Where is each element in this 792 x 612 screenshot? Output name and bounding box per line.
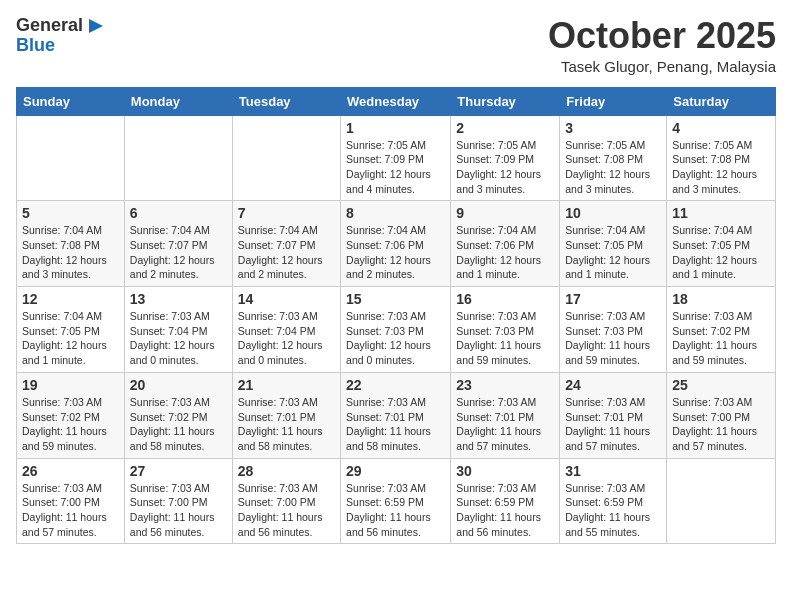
calendar-cell: 16Sunrise: 7:03 AM Sunset: 7:03 PM Dayli… xyxy=(451,287,560,373)
calendar-cell: 9Sunrise: 7:04 AM Sunset: 7:06 PM Daylig… xyxy=(451,201,560,287)
calendar-cell: 23Sunrise: 7:03 AM Sunset: 7:01 PM Dayli… xyxy=(451,372,560,458)
calendar-cell: 25Sunrise: 7:03 AM Sunset: 7:00 PM Dayli… xyxy=(667,372,776,458)
day-info: Sunrise: 7:03 AM Sunset: 7:03 PM Dayligh… xyxy=(346,309,445,368)
day-info: Sunrise: 7:03 AM Sunset: 6:59 PM Dayligh… xyxy=(565,481,661,540)
logo: General Blue xyxy=(16,16,103,56)
day-number: 4 xyxy=(672,120,770,136)
calendar-cell: 30Sunrise: 7:03 AM Sunset: 6:59 PM Dayli… xyxy=(451,458,560,544)
day-of-week-header: Wednesday xyxy=(341,87,451,115)
calendar-cell: 2Sunrise: 7:05 AM Sunset: 7:09 PM Daylig… xyxy=(451,115,560,201)
day-info: Sunrise: 7:05 AM Sunset: 7:09 PM Dayligh… xyxy=(346,138,445,197)
day-of-week-header: Sunday xyxy=(17,87,125,115)
calendar-cell: 31Sunrise: 7:03 AM Sunset: 6:59 PM Dayli… xyxy=(560,458,667,544)
calendar-cell: 11Sunrise: 7:04 AM Sunset: 7:05 PM Dayli… xyxy=(667,201,776,287)
day-info: Sunrise: 7:04 AM Sunset: 7:06 PM Dayligh… xyxy=(456,223,554,282)
calendar-cell: 27Sunrise: 7:03 AM Sunset: 7:00 PM Dayli… xyxy=(124,458,232,544)
day-number: 19 xyxy=(22,377,119,393)
day-number: 10 xyxy=(565,205,661,221)
header: General Blue October 2025 Tasek Glugor, … xyxy=(16,16,776,75)
calendar-cell: 19Sunrise: 7:03 AM Sunset: 7:02 PM Dayli… xyxy=(17,372,125,458)
calendar-cell: 3Sunrise: 7:05 AM Sunset: 7:08 PM Daylig… xyxy=(560,115,667,201)
calendar-cell: 26Sunrise: 7:03 AM Sunset: 7:00 PM Dayli… xyxy=(17,458,125,544)
day-number: 24 xyxy=(565,377,661,393)
logo-blue-text: Blue xyxy=(16,35,55,55)
day-number: 5 xyxy=(22,205,119,221)
day-info: Sunrise: 7:03 AM Sunset: 7:01 PM Dayligh… xyxy=(238,395,335,454)
month-title: October 2025 xyxy=(548,16,776,56)
day-number: 7 xyxy=(238,205,335,221)
day-number: 20 xyxy=(130,377,227,393)
day-number: 12 xyxy=(22,291,119,307)
day-number: 6 xyxy=(130,205,227,221)
day-number: 15 xyxy=(346,291,445,307)
day-info: Sunrise: 7:04 AM Sunset: 7:07 PM Dayligh… xyxy=(238,223,335,282)
day-info: Sunrise: 7:03 AM Sunset: 7:04 PM Dayligh… xyxy=(130,309,227,368)
page: General Blue October 2025 Tasek Glugor, … xyxy=(0,0,792,612)
day-info: Sunrise: 7:03 AM Sunset: 7:00 PM Dayligh… xyxy=(130,481,227,540)
day-info: Sunrise: 7:05 AM Sunset: 7:08 PM Dayligh… xyxy=(565,138,661,197)
day-number: 16 xyxy=(456,291,554,307)
day-number: 27 xyxy=(130,463,227,479)
day-info: Sunrise: 7:03 AM Sunset: 7:00 PM Dayligh… xyxy=(22,481,119,540)
day-info: Sunrise: 7:03 AM Sunset: 7:03 PM Dayligh… xyxy=(565,309,661,368)
calendar-cell: 8Sunrise: 7:04 AM Sunset: 7:06 PM Daylig… xyxy=(341,201,451,287)
day-info: Sunrise: 7:05 AM Sunset: 7:08 PM Dayligh… xyxy=(672,138,770,197)
day-of-week-header: Monday xyxy=(124,87,232,115)
calendar-week-row: 5Sunrise: 7:04 AM Sunset: 7:08 PM Daylig… xyxy=(17,201,776,287)
day-info: Sunrise: 7:03 AM Sunset: 7:00 PM Dayligh… xyxy=(672,395,770,454)
calendar-cell: 5Sunrise: 7:04 AM Sunset: 7:08 PM Daylig… xyxy=(17,201,125,287)
day-number: 3 xyxy=(565,120,661,136)
day-number: 30 xyxy=(456,463,554,479)
logo-general-text: General xyxy=(16,16,83,36)
day-info: Sunrise: 7:03 AM Sunset: 7:02 PM Dayligh… xyxy=(130,395,227,454)
day-info: Sunrise: 7:04 AM Sunset: 7:08 PM Dayligh… xyxy=(22,223,119,282)
day-number: 26 xyxy=(22,463,119,479)
calendar-cell: 22Sunrise: 7:03 AM Sunset: 7:01 PM Dayli… xyxy=(341,372,451,458)
day-info: Sunrise: 7:03 AM Sunset: 7:02 PM Dayligh… xyxy=(22,395,119,454)
day-info: Sunrise: 7:03 AM Sunset: 7:00 PM Dayligh… xyxy=(238,481,335,540)
day-info: Sunrise: 7:04 AM Sunset: 7:07 PM Dayligh… xyxy=(130,223,227,282)
calendar-cell: 20Sunrise: 7:03 AM Sunset: 7:02 PM Dayli… xyxy=(124,372,232,458)
day-info: Sunrise: 7:04 AM Sunset: 7:06 PM Dayligh… xyxy=(346,223,445,282)
calendar-cell: 17Sunrise: 7:03 AM Sunset: 7:03 PM Dayli… xyxy=(560,287,667,373)
calendar-cell: 24Sunrise: 7:03 AM Sunset: 7:01 PM Dayli… xyxy=(560,372,667,458)
calendar: SundayMondayTuesdayWednesdayThursdayFrid… xyxy=(16,87,776,545)
day-number: 9 xyxy=(456,205,554,221)
calendar-cell: 18Sunrise: 7:03 AM Sunset: 7:02 PM Dayli… xyxy=(667,287,776,373)
calendar-cell: 10Sunrise: 7:04 AM Sunset: 7:05 PM Dayli… xyxy=(560,201,667,287)
day-number: 8 xyxy=(346,205,445,221)
title-block: October 2025 Tasek Glugor, Penang, Malay… xyxy=(548,16,776,75)
day-info: Sunrise: 7:03 AM Sunset: 7:01 PM Dayligh… xyxy=(346,395,445,454)
calendar-cell xyxy=(124,115,232,201)
location: Tasek Glugor, Penang, Malaysia xyxy=(548,58,776,75)
day-info: Sunrise: 7:03 AM Sunset: 7:03 PM Dayligh… xyxy=(456,309,554,368)
day-info: Sunrise: 7:03 AM Sunset: 6:59 PM Dayligh… xyxy=(456,481,554,540)
day-info: Sunrise: 7:03 AM Sunset: 7:01 PM Dayligh… xyxy=(565,395,661,454)
calendar-week-row: 26Sunrise: 7:03 AM Sunset: 7:00 PM Dayli… xyxy=(17,458,776,544)
calendar-week-row: 19Sunrise: 7:03 AM Sunset: 7:02 PM Dayli… xyxy=(17,372,776,458)
calendar-cell xyxy=(17,115,125,201)
calendar-cell xyxy=(667,458,776,544)
day-of-week-header: Saturday xyxy=(667,87,776,115)
day-number: 17 xyxy=(565,291,661,307)
calendar-week-row: 12Sunrise: 7:04 AM Sunset: 7:05 PM Dayli… xyxy=(17,287,776,373)
calendar-cell: 4Sunrise: 7:05 AM Sunset: 7:08 PM Daylig… xyxy=(667,115,776,201)
calendar-cell: 13Sunrise: 7:03 AM Sunset: 7:04 PM Dayli… xyxy=(124,287,232,373)
calendar-cell xyxy=(232,115,340,201)
day-info: Sunrise: 7:04 AM Sunset: 7:05 PM Dayligh… xyxy=(672,223,770,282)
day-number: 23 xyxy=(456,377,554,393)
calendar-week-row: 1Sunrise: 7:05 AM Sunset: 7:09 PM Daylig… xyxy=(17,115,776,201)
day-number: 21 xyxy=(238,377,335,393)
day-info: Sunrise: 7:03 AM Sunset: 7:04 PM Dayligh… xyxy=(238,309,335,368)
logo-icon xyxy=(85,17,103,35)
day-of-week-header: Tuesday xyxy=(232,87,340,115)
day-info: Sunrise: 7:04 AM Sunset: 7:05 PM Dayligh… xyxy=(565,223,661,282)
day-info: Sunrise: 7:04 AM Sunset: 7:05 PM Dayligh… xyxy=(22,309,119,368)
day-info: Sunrise: 7:03 AM Sunset: 7:02 PM Dayligh… xyxy=(672,309,770,368)
day-number: 13 xyxy=(130,291,227,307)
day-info: Sunrise: 7:03 AM Sunset: 6:59 PM Dayligh… xyxy=(346,481,445,540)
day-number: 1 xyxy=(346,120,445,136)
calendar-cell: 1Sunrise: 7:05 AM Sunset: 7:09 PM Daylig… xyxy=(341,115,451,201)
calendar-cell: 14Sunrise: 7:03 AM Sunset: 7:04 PM Dayli… xyxy=(232,287,340,373)
calendar-cell: 28Sunrise: 7:03 AM Sunset: 7:00 PM Dayli… xyxy=(232,458,340,544)
